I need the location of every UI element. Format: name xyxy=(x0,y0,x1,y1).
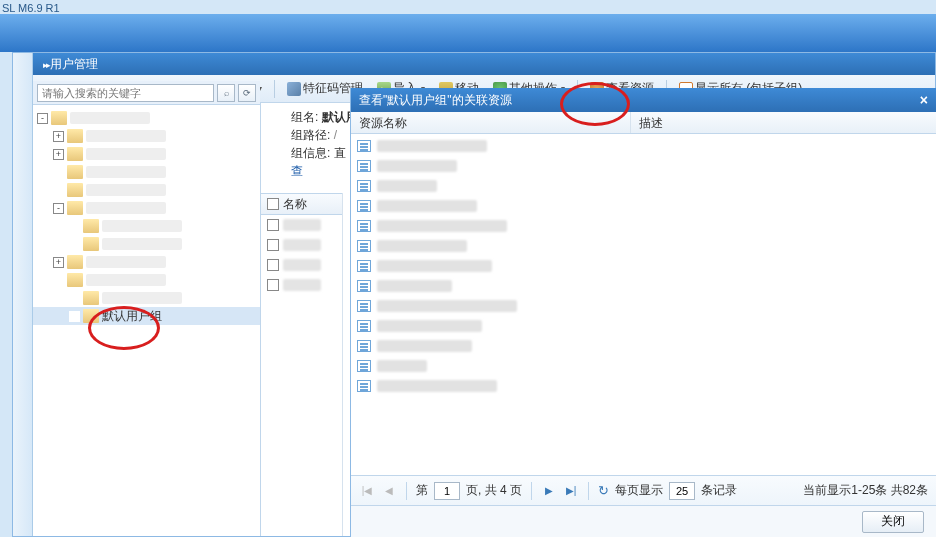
tree-label xyxy=(86,148,166,160)
resource-row[interactable] xyxy=(351,136,936,156)
tree-expander[interactable] xyxy=(69,239,80,250)
tree-node[interactable]: + xyxy=(33,145,260,163)
tree-expander[interactable] xyxy=(53,275,64,286)
resource-row[interactable] xyxy=(351,216,936,236)
resource-row[interactable] xyxy=(351,176,936,196)
tree-label: 默认用户组 xyxy=(102,308,162,325)
tree-expander[interactable] xyxy=(69,221,80,232)
resource-dialog: 查看"默认用户组"的关联资源 × 资源名称 描述 |◀ ◀ 第 页, 共 4 页… xyxy=(350,88,936,537)
resource-name-redacted xyxy=(377,300,517,312)
resource-row[interactable] xyxy=(351,296,936,316)
name-column-panel: 名称 xyxy=(261,193,343,536)
table-row[interactable] xyxy=(261,255,342,275)
tree-node[interactable]: + xyxy=(33,127,260,145)
tree-node[interactable] xyxy=(33,271,260,289)
name-column-header[interactable]: 名称 xyxy=(261,193,342,215)
pager-next-button[interactable]: ▶ xyxy=(541,483,557,499)
dialog-title: 查看"默认用户组"的关联资源 xyxy=(359,92,512,109)
col-resource-name[interactable]: 资源名称 xyxy=(351,112,631,133)
tree[interactable]: -++-+默认用户组 xyxy=(33,107,260,536)
checkbox[interactable] xyxy=(267,259,279,271)
resource-row[interactable] xyxy=(351,336,936,356)
pager-label: 第 xyxy=(416,482,428,499)
folder-icon xyxy=(51,111,67,125)
tree-node[interactable]: + xyxy=(33,253,260,271)
folder-icon xyxy=(67,201,83,215)
tree-expander[interactable] xyxy=(53,185,64,196)
tree-node[interactable] xyxy=(33,181,260,199)
col-description[interactable]: 描述 xyxy=(631,112,671,133)
tree-expander[interactable] xyxy=(53,167,64,178)
tree-panel: ⌕ ⟳ -++-+默认用户组 xyxy=(33,103,261,536)
tree-node[interactable] xyxy=(33,217,260,235)
search-clear-button[interactable]: ⟳ xyxy=(238,84,256,102)
tree-label xyxy=(86,184,166,196)
tree-node[interactable]: - xyxy=(33,199,260,217)
resource-row[interactable] xyxy=(351,376,936,396)
table-row[interactable] xyxy=(261,215,342,235)
folder-icon xyxy=(67,255,83,269)
folder-icon xyxy=(83,237,99,251)
pager-perpage-suffix: 条记录 xyxy=(701,482,737,499)
resource-row[interactable] xyxy=(351,236,936,256)
checkbox[interactable] xyxy=(267,219,279,231)
tree-node[interactable] xyxy=(33,289,260,307)
table-row[interactable] xyxy=(261,275,342,295)
tree-node[interactable]: 默认用户组 xyxy=(33,307,260,325)
tree-expander[interactable]: + xyxy=(53,131,64,142)
search-button[interactable]: ⌕ xyxy=(217,84,235,102)
section-title: 用户管理 xyxy=(50,57,98,71)
tree-label xyxy=(86,202,166,214)
tree-expander[interactable]: - xyxy=(53,203,64,214)
tree-expander[interactable]: + xyxy=(53,149,64,160)
pager-page-input[interactable] xyxy=(434,482,460,500)
grid-icon xyxy=(357,240,371,252)
resource-name-redacted xyxy=(377,380,497,392)
tree-node[interactable]: - xyxy=(33,109,260,127)
resource-name-redacted xyxy=(377,280,452,292)
tree-node[interactable] xyxy=(33,163,260,181)
tree-node[interactable] xyxy=(33,235,260,253)
dialog-titlebar[interactable]: 查看"默认用户组"的关联资源 × xyxy=(351,88,936,112)
grid-icon xyxy=(357,320,371,332)
pager-first-button[interactable]: |◀ xyxy=(359,483,375,499)
pager-perpage-input[interactable] xyxy=(669,482,695,500)
resource-name-redacted xyxy=(377,320,482,332)
checkbox[interactable] xyxy=(267,279,279,291)
tree-expander[interactable] xyxy=(69,311,80,322)
pager-last-button[interactable]: ▶| xyxy=(563,483,579,499)
resource-name-redacted xyxy=(377,240,467,252)
resource-row[interactable] xyxy=(351,316,936,336)
tree-label xyxy=(86,166,166,178)
checkbox-all[interactable] xyxy=(267,198,279,210)
pager: |◀ ◀ 第 页, 共 4 页 ▶ ▶| ↻ 每页显示 条记录 当前显示1-25… xyxy=(351,475,936,505)
tree-label xyxy=(86,130,166,142)
search-row: ⌕ ⟳ xyxy=(33,81,260,105)
table-row[interactable] xyxy=(261,235,342,255)
resource-row[interactable] xyxy=(351,196,936,216)
search-input[interactable] xyxy=(37,84,214,102)
tree-expander[interactable] xyxy=(69,293,80,304)
tree-expander[interactable]: - xyxy=(37,113,48,124)
refresh-icon[interactable]: ↻ xyxy=(598,483,609,498)
section-header: 用户管理 xyxy=(33,53,935,75)
resource-row[interactable] xyxy=(351,276,936,296)
close-icon[interactable]: × xyxy=(920,92,928,108)
grid-icon xyxy=(357,360,371,372)
dialog-columns: 资源名称 描述 xyxy=(351,112,936,134)
dialog-body[interactable] xyxy=(351,134,936,475)
checkbox[interactable] xyxy=(267,239,279,251)
folder-icon xyxy=(67,273,83,287)
resource-row[interactable] xyxy=(351,256,936,276)
resource-name-redacted xyxy=(377,180,437,192)
view-link[interactable]: 查 xyxy=(291,164,303,178)
close-button[interactable]: 关闭 xyxy=(862,511,924,533)
tree-expander[interactable]: + xyxy=(53,257,64,268)
separator xyxy=(274,80,275,98)
pager-prev-button[interactable]: ◀ xyxy=(381,483,397,499)
feature-icon xyxy=(287,82,301,96)
resource-row[interactable] xyxy=(351,356,936,376)
left-spine[interactable] xyxy=(13,53,33,536)
grid-icon xyxy=(357,280,371,292)
resource-row[interactable] xyxy=(351,156,936,176)
